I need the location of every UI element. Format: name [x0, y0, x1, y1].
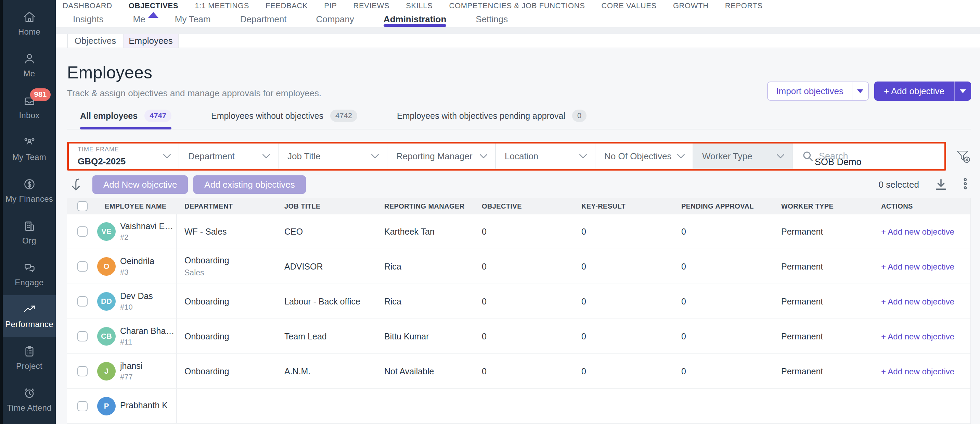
sidebar-item-me[interactable]: Me [3, 45, 56, 86]
table-row: VE Vaishnavi En...#2 WF - Sales CEO Kart… [67, 214, 970, 249]
pending-approval-cell: 0 [674, 227, 774, 237]
sub-nav-company[interactable]: Company [316, 12, 354, 27]
import-objectives-label: Import objectives [768, 82, 852, 100]
tab-objectives[interactable]: Objectives [67, 34, 123, 48]
employee-name[interactable]: Charan Bhakta [120, 326, 176, 336]
worker-type-filter[interactable]: Worker Type [693, 143, 793, 169]
chevron-down-icon [262, 154, 270, 159]
row-checkbox[interactable] [77, 296, 88, 306]
sub-nav-insights[interactable]: Insights [73, 12, 104, 27]
kebab-menu-icon[interactable] [963, 178, 968, 191]
job-title-filter[interactable]: Job Title [278, 143, 387, 169]
add-new-objective-link[interactable]: + Add new objective [881, 227, 955, 236]
table-row: CB Charan Bhakta#11 Onboarding Team Lead… [67, 319, 970, 354]
add-new-objective-link[interactable]: + Add new objective [881, 332, 955, 341]
add-new-objective-link[interactable]: + Add new objective [881, 297, 955, 306]
sidebar-item-label: Project [16, 361, 43, 371]
add-new-objective-button[interactable]: Add New objective [92, 175, 188, 194]
sub-nav-settings[interactable]: Settings [476, 12, 508, 27]
employee-name[interactable]: Dev Das [120, 291, 153, 301]
sub-nav-administration[interactable]: Administration [383, 12, 446, 27]
sidebar-item-payroll[interactable]: Payroll [3, 421, 56, 424]
top-nav-pip[interactable]: PIP [324, 0, 337, 12]
top-nav-growth[interactable]: GROWTH [673, 0, 709, 12]
sidebar-item-engage[interactable]: Engage [3, 253, 56, 295]
top-nav-skills[interactable]: SKILLS [406, 0, 433, 12]
count-badge: 4747 [145, 110, 172, 122]
row-checkbox[interactable] [77, 261, 88, 272]
sidebar-item-my-finances[interactable]: My Finances [3, 170, 56, 212]
sub-nav: Insights Me My Team Department Company A… [56, 12, 980, 27]
location-filter[interactable]: Location [496, 143, 595, 169]
row-checkbox[interactable] [77, 401, 88, 411]
download-icon[interactable] [934, 178, 948, 191]
add-new-objective-link[interactable]: + Add new objective [881, 367, 955, 376]
add-existing-objectives-button[interactable]: Add existing objectives [193, 175, 305, 194]
tab-all-employees[interactable]: All employees 4747 [80, 110, 172, 129]
scroll-down-icon[interactable] [70, 177, 83, 192]
import-objectives-button[interactable]: Import objectives [767, 81, 869, 101]
top-nav-objectives[interactable]: OBJECTIVES [129, 0, 178, 12]
tab-label: All employees [80, 111, 138, 121]
add-objective-button[interactable]: + Add objective [874, 81, 971, 101]
reporting-manager-filter[interactable]: Reporting Manager [387, 143, 496, 169]
sidebar-item-org[interactable]: Org [3, 212, 56, 253]
filter-label: No Of Objectives [604, 151, 672, 162]
tab-employees[interactable]: Employees [123, 34, 179, 48]
chevron-down-icon [371, 154, 379, 159]
employee-name[interactable]: Vaishnavi En... [120, 221, 176, 231]
job-title-cell: CEO [277, 227, 377, 237]
sidebar-item-project[interactable]: Project [3, 337, 56, 379]
top-nav-feedback[interactable]: FEEDBACK [266, 0, 308, 12]
sub-nav-me[interactable]: Me [133, 12, 145, 27]
sidebar-item-my-team[interactable]: My Team [3, 128, 56, 170]
sub-nav-department[interactable]: Department [240, 12, 287, 27]
sidebar-item-label: Me [24, 69, 35, 78]
time-frame-value: GBQ2-2025 [78, 156, 126, 167]
sidebar-item-time-attend[interactable]: Time Attend [3, 379, 56, 421]
worker-type-cell: Permanent [774, 296, 873, 306]
job-title-cell: ADVISOR [277, 261, 377, 272]
sidebar-item-inbox[interactable]: 981 Inbox [3, 86, 56, 128]
inbox-icon: 981 [22, 94, 36, 108]
top-nav-reviews[interactable]: REVIEWS [353, 0, 390, 12]
row-checkbox[interactable] [77, 331, 88, 341]
row-checkbox[interactable] [77, 226, 88, 237]
select-all-checkbox[interactable] [77, 201, 88, 211]
sub-nav-my-team[interactable]: My Team [175, 12, 211, 27]
add-new-objective-link[interactable]: + Add new objective [881, 262, 955, 271]
column-header: JOB TITLE [277, 202, 377, 210]
top-nav-dashboard[interactable]: DASHBOARD [63, 0, 112, 12]
top-nav-reports[interactable]: REPORTS [725, 0, 763, 12]
department-cell: Onboarding [177, 367, 277, 376]
add-objective-dropdown[interactable] [954, 81, 971, 101]
worker-type-cell: Permanent [774, 332, 873, 341]
top-nav-meetings[interactable]: 1:1 MEETINGS [195, 0, 249, 12]
employee-name[interactable]: Oeindrila [120, 256, 154, 266]
user-icon [22, 52, 36, 66]
sidebar-item-home[interactable]: Home [3, 3, 56, 45]
top-nav-core-values[interactable]: CORE VALUES [601, 0, 656, 12]
time-frame-filter[interactable]: TIME FRAME GBQ2-2025 [69, 143, 179, 169]
department-filter[interactable]: Department [179, 143, 278, 169]
sidebar-item-performance[interactable]: Performance [3, 295, 56, 337]
tab-employees-pending-approval[interactable]: Employees with objectives pending approv… [397, 110, 587, 129]
tab-employees-without-objectives[interactable]: Employees without objectives 4742 [211, 110, 357, 129]
no-of-objectives-filter[interactable]: No Of Objectives [595, 143, 693, 169]
avatar: CB [97, 327, 116, 346]
objective-cell: 0 [474, 261, 574, 272]
page-title: Employees [67, 63, 971, 83]
department-cell: Onboarding [177, 332, 277, 341]
employee-name[interactable]: jhansi [120, 361, 142, 371]
employee-name-cell: DD Dev Das#10 [97, 284, 177, 319]
table-row: O Oeindrila#3 OnboardingSales ADVISOR Ri… [67, 249, 970, 284]
import-objectives-dropdown[interactable] [852, 82, 868, 100]
employee-id: #10 [120, 303, 153, 312]
column-header: REPORTING MANAGER [377, 202, 474, 210]
top-nav-competencies[interactable]: COMPETENCIES & JOB FUNCTIONS [449, 0, 585, 12]
employee-name[interactable]: Prabhanth K [120, 400, 168, 410]
avatar: J [97, 362, 116, 381]
clear-filters-button[interactable] [955, 148, 971, 164]
row-checkbox[interactable] [77, 366, 88, 376]
chevron-down-icon [163, 143, 171, 169]
